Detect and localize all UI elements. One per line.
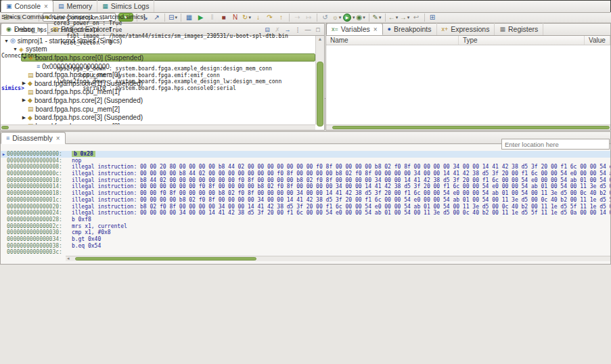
minimize-icon[interactable]: — <box>303 26 313 35</box>
console-output: core3_power_on : True create_hps_serial0… <box>1 20 288 92</box>
disassembly-line[interactable]: 0000000000000004:nop <box>1 158 610 164</box>
tree-row-bar: ▶◆board.fpga.hps.core[3] (Suspended) <box>21 114 145 122</box>
simics-logs-icon: ▦ <box>102 3 108 9</box>
scroll-up-icon[interactable]: ▲ <box>316 37 324 41</box>
close-icon[interactable]: × <box>44 3 48 10</box>
disassembly-line[interactable]: 0000000000000028:b 0xf8 <box>1 217 610 223</box>
debug-vertical-scrollbar[interactable]: ▲ <box>315 36 324 124</box>
toolbar-separator <box>385 14 386 22</box>
console-tab-simics-logs[interactable]: ▦Simics Logs <box>97 0 154 12</box>
forward-button-icon: → <box>400 13 407 22</box>
view-menu-icon[interactable]: ⋮ <box>293 26 302 35</box>
console-prompt[interactable]: simics> <box>1 85 24 91</box>
disassembly-line[interactable]: 0000000000000010:illegal instruction: b8… <box>1 177 610 184</box>
back-button[interactable]: ←▾ <box>388 13 399 22</box>
tree-item-label: board.fpga.hps.core[2] (Suspended) <box>35 97 143 104</box>
debug-launch-button-icon: ◉ <box>356 13 362 22</box>
disassembly-panel: ≡Disassembly× ▶0000000000000000:b 0x2800… <box>0 131 611 265</box>
debug-tree-item[interactable]: ▶◆board.fpga.hps.core[2] (Suspended) <box>1 96 315 105</box>
instruction-address: 0000000000000018: <box>7 190 62 197</box>
build-button[interactable]: ☼▾ <box>332 13 342 22</box>
vars-tab-variables[interactable]: x=Variables× <box>326 23 383 35</box>
instruction-text: illegal instruction: 00 00 f0 8f 00 00 0… <box>72 190 610 196</box>
disassembly-line[interactable]: 0000000000000024:illegal instruction: 00… <box>1 210 610 217</box>
expander-icon[interactable]: ▶ <box>21 97 27 103</box>
tab-label: Console <box>15 2 41 10</box>
tab-label: Disassembly <box>12 134 53 142</box>
debug-launch-button-dropdown-icon: ▾ <box>363 13 365 22</box>
last-edit-location-button[interactable]: ↩ <box>411 13 422 22</box>
instruction-address: 0000000000000020: <box>7 204 62 210</box>
vars-tab-breakpoints[interactable]: ●Breakpoints <box>383 23 437 35</box>
instruction-text: nop <box>72 158 81 164</box>
forward-button-dropdown-icon: ▾ <box>407 13 410 22</box>
run-button[interactable]: ▶ <box>343 14 351 22</box>
instruction-address: 000000000000002c: <box>7 223 62 230</box>
disassembly-line[interactable]: 000000000000001c:illegal instruction: 00… <box>1 197 610 204</box>
disassembly-listing[interactable]: ▶0000000000000000:b 0x280000000000000004… <box>1 151 610 256</box>
variables-hscroll-thumb[interactable] <box>332 126 610 129</box>
console-tab-console[interactable]: ▣Console× <box>1 0 53 12</box>
vars-tab-expressions[interactable]: x+Expressions <box>437 23 495 35</box>
disassembly-line[interactable]: ▶0000000000000000:b 0x28 <box>1 151 610 158</box>
disassembly-line[interactable]: 0000000000000030:cmp x1, #0x8 <box>1 229 610 236</box>
disassembly-line[interactable]: 000000000000002c:mrs x1, currentel <box>1 223 610 230</box>
disassembly-line[interactable]: 000000000000000c:illegal instruction: 00… <box>1 170 610 177</box>
disassembly-line[interactable]: 0000000000000018:illegal instruction: 00… <box>1 190 610 197</box>
tree-item-label: board.fpga.hps.cpu_mem[2] <box>36 106 120 113</box>
console-tab-memory[interactable]: ▤Memory <box>53 0 97 12</box>
disassembly-line[interactable]: 0000000000000038:b.eq 0x54 <box>1 243 610 250</box>
forward-button[interactable]: →▾ <box>400 13 410 22</box>
expander-icon[interactable]: ▶ <box>21 115 27 120</box>
disassembly-line[interactable]: 0000000000000034:b.gt 0x40 <box>1 236 610 243</box>
vars-tab-registers[interactable]: ▦Registers <box>495 23 543 35</box>
close-icon[interactable]: × <box>56 135 60 142</box>
last-edit-location-button-icon: ↩ <box>413 13 419 22</box>
instruction-text: illegal instruction: 00 00 00 00 b8 44 0… <box>72 170 610 177</box>
column-header-type[interactable]: Type <box>459 36 585 45</box>
disassembly-horizontal-scrollbar[interactable]: ◂ <box>66 256 610 261</box>
back-button-icon: ← <box>388 13 395 22</box>
external-tools-button[interactable]: ✎▾ <box>372 13 382 22</box>
disassembly-hscroll-thumb[interactable] <box>75 257 256 260</box>
instruction-text: b 0xf8 <box>72 217 91 223</box>
close-icon[interactable]: × <box>374 26 378 33</box>
tab-label: Breakpoints <box>394 25 431 33</box>
back-button-dropdown-icon: ▾ <box>396 13 399 22</box>
column-header-value[interactable]: Value <box>585 36 610 45</box>
disassembly-line[interactable]: 0000000000000008:illegal instruction: 00… <box>1 164 610 170</box>
maximize-icon[interactable]: □ <box>313 26 323 35</box>
use-step-filters-button: ↦ <box>304 13 314 22</box>
location-input[interactable] <box>501 139 610 150</box>
open-perspective-button[interactable]: ⊞ <box>428 13 438 22</box>
instruction-address: 0000000000000008: <box>7 164 62 170</box>
toolbar-separator <box>289 14 290 22</box>
column-header-name[interactable]: Name <box>326 36 459 45</box>
instruction-text: illegal instruction: 00 00 20 80 00 00 0… <box>72 164 610 170</box>
instruction-address: 000000000000003c: <box>7 249 62 256</box>
debug-tree-item[interactable]: ▤board.fpga.hps.cpu_mem[2] <box>1 105 315 114</box>
instruction-address: 0000000000000030: <box>7 229 62 236</box>
instruction-text: illegal instruction: 00 00 00 00 34 00 0… <box>72 210 610 216</box>
debug-vscroll-thumb[interactable] <box>317 62 323 127</box>
variables-table-header: NameTypeValue <box>326 36 610 45</box>
debug-launch-button[interactable]: ◉▾ <box>356 13 366 22</box>
instruction-text: illegal instruction: b8 44 02 00 00 00 0… <box>72 177 610 183</box>
disasm-tab-disassembly[interactable]: ≡Disassembly× <box>1 132 66 144</box>
debug-tree-item[interactable]: ▶◆board.fpga.hps.core[3] (Suspended) <box>1 113 315 122</box>
cpu-mem-icon: ▤ <box>28 106 34 112</box>
disassembly-line[interactable]: 000000000000003c: <box>1 249 610 256</box>
debug-hscroll-thumb[interactable] <box>1 126 9 129</box>
instruction-address: 0000000000000014: <box>7 183 62 190</box>
instruction-text: b.eq 0x54 <box>72 243 101 249</box>
scroll-left-icon[interactable]: ◂ <box>67 256 70 261</box>
disassembly-line[interactable]: 0000000000000020:illegal instruction: b8… <box>1 204 610 210</box>
run-button-dropdown-icon[interactable]: ▾ <box>353 15 355 20</box>
disassembly-line[interactable]: 0000000000000014:illegal instruction: 00… <box>1 183 610 190</box>
trace-button[interactable]: ↺ <box>320 13 330 22</box>
debug-horizontal-scrollbar[interactable] <box>1 124 315 130</box>
breakpoints-icon: ● <box>388 26 391 32</box>
variables-horizontal-scrollbar[interactable] <box>326 124 610 130</box>
instruction-address: 000000000000001c: <box>7 197 62 204</box>
tree-item-label: board.fpga.hps.core[3] (Suspended) <box>35 114 143 121</box>
